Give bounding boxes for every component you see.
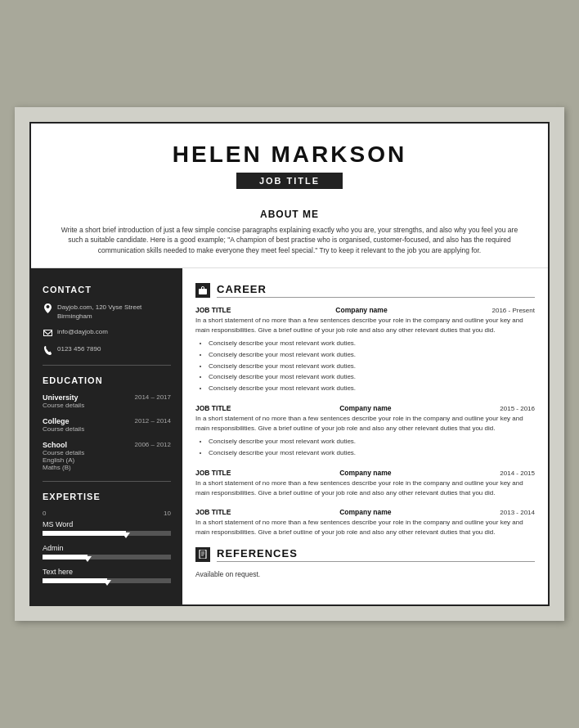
phone-icon	[43, 345, 52, 355]
expertise-title: EXPERTISE	[43, 492, 171, 501]
skill-marker-admin	[83, 556, 92, 562]
edu-name-school: School	[43, 441, 67, 449]
skill-max: 10	[164, 510, 171, 517]
references-header: REFERENCES	[195, 547, 535, 562]
edu-item-university: University 2014 – 2017 Course details	[43, 393, 171, 409]
job-title-4: JOB TITLE	[195, 508, 231, 516]
resume-header: HELEN MARKSON JOB TITLE	[31, 124, 548, 200]
career-section-title: CAREER	[217, 283, 535, 298]
skill-bar-admin	[43, 555, 171, 559]
skill-name-admin: Admin	[43, 544, 171, 552]
job-company-2: Company name	[339, 404, 391, 412]
job-desc-3: In a short statement of no more than a f…	[195, 479, 535, 498]
skill-fill-msword	[43, 531, 126, 536]
bullet-item: Concisely describe your most relevant wo…	[209, 384, 535, 394]
email-icon	[43, 328, 52, 338]
job-dates-2: 2015 - 2016	[500, 405, 535, 412]
edu-course-university: Course details	[43, 402, 171, 409]
job-title-1: JOB TITLE	[195, 306, 231, 314]
edu-date-college: 2012 – 2014	[135, 417, 172, 425]
skill-fill-admin	[43, 555, 88, 559]
job-header-3: JOB TITLE Company name 2014 - 2015	[195, 469, 535, 477]
contact-title: CONTACT	[43, 285, 171, 294]
svg-rect-0	[199, 289, 207, 294]
resume-document: HELEN MARKSON JOB TITLE ABOUT ME Write a…	[29, 122, 550, 607]
phone-item: 0123 456 7890	[43, 344, 171, 355]
job-entry-4: JOB TITLE Company name 2013 - 2014 In a …	[195, 508, 535, 537]
bullet-item: Concisely describe your most relevant wo…	[209, 362, 535, 372]
about-heading: ABOUT ME	[56, 209, 523, 220]
career-header: CAREER	[195, 283, 535, 298]
skill-msword: MS Word	[43, 520, 171, 536]
edu-date-university: 2014 – 2017	[135, 393, 172, 401]
skill-bar-msword	[43, 531, 171, 536]
svg-rect-1	[200, 550, 206, 559]
edu-course-college: Course details	[43, 425, 171, 433]
job-dates-1: 2016 - Present	[492, 307, 535, 314]
job-title-2: JOB TITLE	[195, 404, 231, 412]
job-company-4: Company name	[339, 508, 391, 516]
job-header-2: JOB TITLE Company name 2015 - 2016	[195, 404, 535, 412]
job-desc-2: In a short statement of no more than a f…	[195, 414, 535, 434]
edu-name-university: University	[43, 393, 79, 402]
job-company-3: Company name	[339, 469, 391, 477]
job-header-4: JOB TITLE Company name 2013 - 2014	[195, 508, 535, 516]
divider-1	[43, 365, 171, 366]
job-company-1: Company name	[335, 306, 387, 314]
job-desc-1: In a short statement of no more than a f…	[195, 316, 535, 335]
main-content: CAREER JOB TITLE Company name 2016 - Pre…	[182, 268, 548, 604]
job-dates-3: 2014 - 2015	[500, 470, 535, 477]
sidebar: CONTACT Dayjob.com, 120 Vyse Street Birm…	[31, 268, 182, 604]
email-item: info@dayjob.com	[43, 327, 171, 338]
location-icon	[43, 303, 52, 313]
bullet-item: Concisely describe your most relevant wo…	[209, 350, 535, 361]
bullet-item: Concisely describe your most relevant wo…	[209, 339, 535, 349]
job-dates-4: 2013 - 2014	[500, 509, 535, 516]
phone-text: 0123 456 7890	[57, 344, 101, 353]
skill-min: 0	[43, 510, 46, 517]
job-title-bar: JOB TITLE	[236, 173, 343, 189]
career-icon	[195, 283, 210, 298]
divider-2	[43, 481, 171, 482]
edu-course-school: Course detailsEnglish (A)Maths (B)	[43, 449, 171, 471]
edu-date-school: 2006 – 2012	[135, 441, 172, 448]
bullet-item: Concisely describe your most relevant wo…	[209, 372, 535, 383]
references-section-title: REFERENCES	[217, 547, 535, 562]
references-icon	[195, 547, 210, 562]
skill-name-text: Text here	[43, 568, 171, 576]
body-container: CONTACT Dayjob.com, 120 Vyse Street Birm…	[31, 268, 548, 604]
job-desc-4: In a short statement of no more than a f…	[195, 518, 535, 537]
education-title: EDUCATION	[43, 375, 171, 385]
about-section: ABOUT ME Write a short brief introductio…	[31, 200, 548, 268]
page-wrapper: HELEN MARKSON JOB TITLE ABOUT ME Write a…	[15, 107, 564, 622]
skill-text: Text here	[43, 568, 171, 583]
skill-fill-text	[43, 578, 107, 583]
skill-bar-text	[43, 578, 171, 583]
bullet-item: Concisely describe your most relevant wo…	[209, 448, 535, 459]
job-bullets-1: Concisely describe your most relevant wo…	[195, 339, 535, 394]
edu-item-school: School 2006 – 2012 Course detailsEnglish…	[43, 441, 171, 471]
edu-item-college: College 2012 – 2014 Course details	[43, 417, 171, 433]
job-bullets-2: Concisely describe your most relevant wo…	[195, 437, 535, 459]
job-title-3: JOB TITLE	[195, 469, 231, 477]
references-text: Available on request.	[195, 570, 535, 578]
skill-marker-msword	[122, 533, 130, 538]
email-text: info@dayjob.com	[57, 327, 108, 336]
skill-scale: 0 10	[43, 510, 171, 517]
job-entry-2: JOB TITLE Company name 2015 - 2016 In a …	[195, 404, 535, 459]
address-item: Dayjob.com, 120 Vyse Street Birmingham	[43, 303, 171, 321]
skill-name-msword: MS Word	[43, 520, 171, 528]
job-header-1: JOB TITLE Company name 2016 - Present	[195, 306, 535, 314]
about-text: Write a short brief introduction of just…	[56, 225, 523, 256]
skill-admin: Admin	[43, 544, 171, 559]
candidate-name: HELEN MARKSON	[47, 142, 532, 168]
job-entry-1: JOB TITLE Company name 2016 - Present In…	[195, 306, 535, 394]
job-entry-3: JOB TITLE Company name 2014 - 2015 In a …	[195, 469, 535, 498]
bullet-item: Concisely describe your most relevant wo…	[209, 437, 535, 447]
address-text: Dayjob.com, 120 Vyse Street Birmingham	[57, 303, 171, 321]
edu-name-college: College	[43, 417, 70, 425]
skill-marker-text	[103, 580, 111, 586]
